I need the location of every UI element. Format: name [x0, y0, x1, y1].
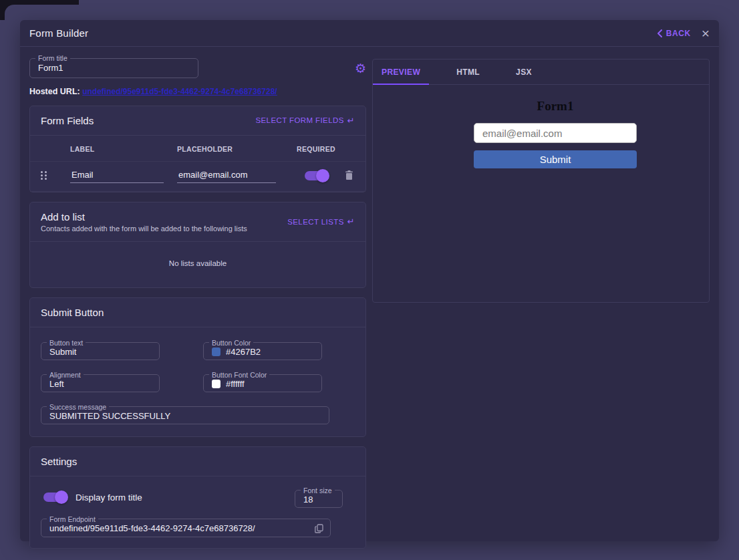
modal-header: Form Builder BACK ×	[20, 20, 719, 47]
hosted-url-row: Hosted URL: undefined/95e911d5-fde3-4462…	[29, 87, 366, 96]
no-lists-message: No lists available	[30, 242, 365, 287]
button-font-color-value[interactable]: #ffffff	[226, 379, 245, 389]
form-endpoint-value: undefined/95e911d5-fde3-4462-9274-4c7e68…	[49, 523, 255, 533]
drag-handle-icon[interactable]	[41, 171, 70, 180]
alignment-select[interactable]: Left	[41, 378, 159, 393]
form-fields-table-header: LABEL PLACEHOLDER REQUIRED	[30, 136, 365, 162]
return-arrow-icon: ↵	[347, 217, 355, 227]
select-lists-button[interactable]: SELECT LISTS ↵	[287, 217, 355, 227]
alignment-label: Alignment	[47, 372, 84, 379]
success-message-field: Success message	[41, 404, 329, 424]
button-color-label: Button Color	[209, 339, 253, 347]
alignment-field: Alignment Left	[41, 372, 160, 392]
add-to-list-card: Add to list Contacts added with the form…	[29, 202, 366, 288]
back-button[interactable]: BACK	[657, 29, 691, 38]
tab-jsx[interactable]: JSX	[507, 59, 541, 84]
back-label: BACK	[666, 29, 691, 38]
button-font-color-field: Button Font Color #ffffff	[203, 372, 322, 392]
form-builder-modal: Form Builder BACK × Form title ⚙ Hoste	[20, 20, 719, 541]
button-text-label: Button text	[47, 339, 86, 347]
font-size-field: Font size 18	[295, 487, 343, 508]
add-to-list-subtitle: Contacts added with the form will be add…	[41, 225, 247, 233]
form-fields-title: Form Fields	[41, 115, 94, 126]
trash-icon[interactable]	[345, 170, 353, 180]
font-size-select[interactable]: 18	[295, 494, 342, 509]
preview-tabs: PREVIEW HTML JSX	[373, 59, 709, 85]
required-toggle[interactable]	[305, 171, 327, 180]
hosted-url-link[interactable]: undefined/95e911d5-fde3-4462-9274-4c7e68…	[82, 87, 277, 96]
column-label: LABEL	[70, 145, 177, 153]
settings-title: Settings	[41, 456, 77, 467]
close-icon[interactable]: ×	[702, 26, 710, 40]
form-title-field: Form title	[29, 55, 198, 78]
form-endpoint-field: Form Endpoint undefined/95e911d5-fde3-44…	[41, 516, 331, 537]
hosted-url-label: Hosted URL:	[29, 87, 80, 96]
settings-card: Settings Display form title Font size 18	[29, 446, 366, 549]
alignment-value: Left	[49, 379, 64, 389]
button-color-value[interactable]: #4267B2	[226, 347, 261, 357]
return-arrow-icon: ↵	[347, 116, 355, 126]
preview-panel: PREVIEW HTML JSX Form1 Submit	[372, 59, 710, 303]
button-text-field: Button text	[41, 339, 160, 360]
success-message-input[interactable]	[41, 410, 329, 426]
select-form-fields-button[interactable]: SELECT FORM FIELDS ↵	[255, 116, 355, 126]
button-color-field: Button Color #4267B2	[203, 339, 322, 360]
preview-form: Form1 Submit	[474, 99, 637, 168]
font-size-value: 18	[303, 495, 313, 505]
field-placeholder-input[interactable]	[177, 168, 276, 183]
preview-email-input[interactable]	[474, 123, 637, 143]
select-form-fields-label: SELECT FORM FIELDS	[255, 116, 343, 124]
chevron-left-icon	[657, 29, 662, 37]
form-field-row	[30, 162, 365, 192]
button-font-color-swatch[interactable]	[212, 380, 220, 388]
tab-html[interactable]: HTML	[448, 59, 488, 84]
display-form-title-toggle[interactable]	[43, 493, 66, 502]
display-form-title-label: Display form title	[76, 493, 142, 503]
button-text-input[interactable]	[41, 346, 159, 362]
preview-submit-button[interactable]: Submit	[474, 150, 637, 168]
submit-button-title: Submit Button	[41, 307, 104, 318]
column-required: REQUIRED	[289, 145, 343, 153]
select-lists-label: SELECT LISTS	[287, 218, 343, 226]
gear-icon[interactable]: ⚙	[355, 62, 366, 75]
submit-button-card: Submit Button Button text Button Color #…	[29, 297, 366, 437]
column-placeholder: PLACEHOLDER	[177, 145, 289, 153]
preview-stage: Form1 Submit	[373, 85, 709, 168]
form-endpoint-label: Form Endpoint	[47, 516, 98, 523]
tab-preview[interactable]: PREVIEW	[373, 59, 429, 84]
form-title-input[interactable]	[30, 62, 198, 78]
copy-icon[interactable]	[315, 524, 323, 533]
button-color-swatch[interactable]	[212, 347, 220, 356]
success-message-label: Success message	[47, 404, 109, 411]
preview-form-title: Form1	[474, 99, 637, 114]
form-fields-card: Form Fields SELECT FORM FIELDS ↵ LABEL P…	[29, 106, 366, 192]
field-label-input[interactable]	[70, 168, 164, 183]
button-font-color-label: Button Font Color	[209, 372, 269, 379]
page-title: Form Builder	[29, 27, 88, 39]
form-title-label: Form title	[35, 55, 70, 62]
add-to-list-title: Add to list	[41, 211, 247, 223]
font-size-label: Font size	[301, 487, 335, 495]
